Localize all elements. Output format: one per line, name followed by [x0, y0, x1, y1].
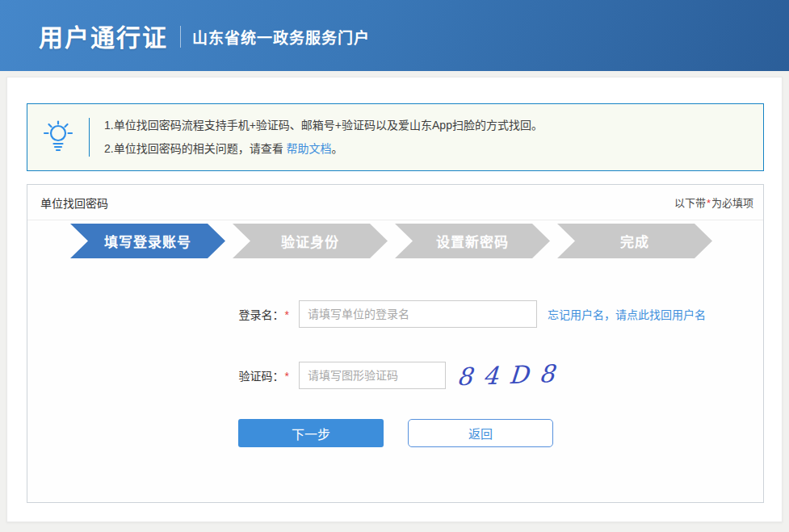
page-title: 用户通行证 — [39, 18, 168, 53]
step-verify-identity: 验证身份 — [233, 224, 388, 258]
panel-header: 单位找回密码 以下带*为必填项 — [27, 185, 763, 220]
captcha-required-star: * — [284, 370, 290, 383]
captcha-label: 验证码：* — [27, 367, 290, 383]
tip-line-2: 2.单位找回密码的相关问题，请查看 帮助文档。 — [104, 137, 543, 161]
required-note: 以下带*为必填项 — [674, 195, 753, 210]
step-complete: 完成 — [557, 224, 712, 258]
captcha-input[interactable] — [299, 362, 446, 389]
content-card: 1.单位找回密码流程支持手机+验证码、邮箱号+验证码以及爱山东App扫脸的方式找… — [6, 77, 783, 522]
password-recovery-panel: 单位找回密码 以下带*为必填项 填写登录账号 验证身份 设置新密码 完成 登录名… — [27, 184, 764, 503]
panel-title: 单位找回密码 — [40, 195, 108, 211]
step-label: 验证身份 — [281, 231, 339, 251]
steps-bar: 填写登录账号 验证身份 设置新密码 完成 — [70, 224, 712, 258]
portal-subtitle: 山东省统一政务服务门户 — [192, 26, 370, 48]
login-name-label-text: 登录名： — [239, 308, 284, 321]
header-divider — [180, 26, 181, 48]
step-set-new-password: 设置新密码 — [395, 224, 550, 258]
lightbulb-icon — [27, 120, 89, 154]
login-name-input[interactable] — [299, 300, 537, 328]
back-button[interactable]: 返回 — [408, 419, 553, 447]
tip-text-block: 1.单位找回密码流程支持手机+验证码、邮箱号+验证码以及爱山东App扫脸的方式找… — [90, 114, 543, 161]
tip-line-2-text: 2.单位找回密码的相关问题，请查看 — [104, 142, 287, 155]
button-row: 下一步 返回 — [238, 419, 553, 447]
step-fill-login-account: 填写登录账号 — [70, 224, 225, 258]
step-label: 完成 — [620, 231, 649, 251]
required-note-prefix: 以下带 — [674, 197, 706, 209]
login-name-label: 登录名：* — [27, 306, 290, 322]
login-name-row: 登录名：* 忘记用户名，请点此找回用户名 — [27, 300, 763, 328]
required-note-suffix: 为必填项 — [711, 197, 753, 209]
header-banner: 用户通行证 山东省统一政务服务门户 — [0, 0, 789, 71]
login-required-star: * — [284, 308, 290, 321]
help-doc-link[interactable]: 帮助文档 — [287, 142, 332, 155]
required-star: * — [706, 197, 711, 209]
captcha-label-text: 验证码： — [239, 370, 284, 383]
captcha-row: 验证码：* 84D8 — [27, 362, 763, 389]
tip-line-2-period: 。 — [332, 142, 343, 155]
step-label: 设置新密码 — [436, 231, 509, 251]
next-step-button[interactable]: 下一步 — [238, 419, 384, 447]
step-label: 填写登录账号 — [104, 231, 191, 251]
captcha-image[interactable]: 84D8 — [456, 360, 566, 392]
tips-box: 1.单位找回密码流程支持手机+验证码、邮箱号+验证码以及爱山东App扫脸的方式找… — [27, 103, 764, 171]
forgot-username-link[interactable]: 忘记用户名，请点此找回用户名 — [548, 306, 706, 322]
tip-line-1: 1.单位找回密码流程支持手机+验证码、邮箱号+验证码以及爱山东App扫脸的方式找… — [104, 114, 543, 137]
